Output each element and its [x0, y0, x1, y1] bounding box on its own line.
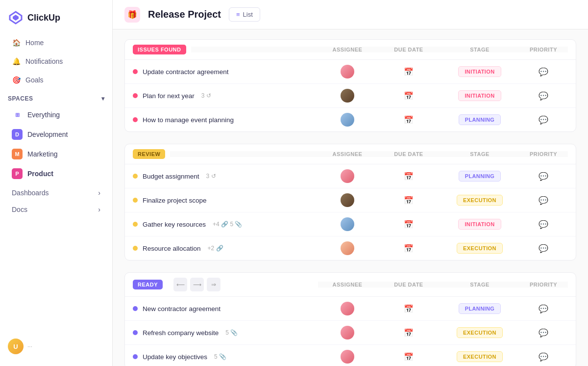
avatar	[341, 302, 354, 315]
status-badge: PLANNING	[459, 303, 501, 314]
col-header-priority3: PRIORITY	[519, 282, 568, 288]
priority-icon: 💬	[539, 352, 548, 362]
avatar	[341, 89, 354, 103]
task-dot	[133, 198, 138, 203]
issues-section-header: ISSUES FOUND ASSIGNEE DUE DATE STAGE PRI…	[125, 40, 576, 60]
sort-button[interactable]: ⟶	[190, 278, 204, 291]
stage-cell: EXECUTION	[441, 327, 519, 338]
assignee-cell	[318, 241, 377, 255]
sidebar-item-product[interactable]: P Product	[4, 164, 108, 183]
task-name-cell: Update contractor agreement	[133, 68, 318, 76]
priority-cell: 💬	[519, 220, 568, 229]
assignee-cell	[318, 113, 377, 127]
task-name-cell: Refresh company website 5 📎	[133, 329, 318, 337]
sidebar-item-development-label: Development	[27, 131, 68, 138]
avatar	[341, 193, 354, 207]
assignee-cell	[318, 169, 377, 183]
avatar	[341, 169, 354, 183]
priority-icon: 💬	[539, 196, 548, 205]
task-name-cell: New contractor agreement	[133, 305, 318, 313]
sidebar-docs[interactable]: Docs ›	[4, 201, 108, 216]
topbar: 🎁 Release Project ≡ List	[113, 0, 588, 29]
task-group-issues: ISSUES FOUND ASSIGNEE DUE DATE STAGE PRI…	[124, 39, 576, 132]
task-name-cell: Gather key resources +4 🔗 5 📎	[133, 221, 318, 228]
task-name: Update key objectives	[143, 353, 207, 361]
due-date-cell: 📅	[377, 244, 441, 253]
due-date-cell: 📅	[377, 91, 441, 101]
task-name: Gather key resources	[143, 221, 206, 228]
list-icon: ≡	[236, 11, 240, 18]
sidebar-item-home[interactable]: 🏠 Home	[4, 34, 108, 52]
priority-cell: 💬	[519, 172, 568, 181]
table-row[interactable]: New contractor agreement 📅 PLANNING 💬	[125, 297, 576, 321]
stage-cell: EXECUTION	[441, 351, 519, 362]
table-row[interactable]: Finalize project scope 📅 EXECUTION 💬	[125, 188, 576, 212]
col-header-assignee: ASSIGNEE	[318, 47, 377, 52]
stage-cell: INITIATION	[441, 66, 519, 77]
task-extra: +2 🔗	[208, 245, 223, 252]
user-avatar-area: U ···	[0, 333, 112, 360]
everything-icon: ⊞	[12, 109, 23, 120]
due-date-cell: 📅	[377, 304, 441, 314]
col-header-duedate: DUE DATE	[377, 47, 441, 52]
sidebar-item-development[interactable]: D Development	[4, 125, 108, 144]
task-count: 3 ↺	[206, 173, 216, 180]
group-button[interactable]: ⇒	[207, 278, 220, 291]
task-dot	[133, 174, 138, 179]
table-row[interactable]: How to manage event planning 📅 PLANNING …	[125, 108, 576, 131]
table-row[interactable]: Resource allocation +2 🔗 📅 EXECUTION 💬	[125, 236, 576, 260]
task-list-content: ISSUES FOUND ASSIGNEE DUE DATE STAGE PRI…	[113, 29, 588, 366]
sidebar-item-product-label: Product	[27, 170, 53, 178]
status-badge: EXECUTION	[457, 243, 503, 254]
priority-icon: 💬	[539, 115, 548, 125]
list-view-button[interactable]: ≡ List	[229, 7, 260, 22]
user-avatar[interactable]: U	[8, 339, 24, 354]
calendar-icon: 📅	[404, 328, 414, 338]
task-extra: 5 📎	[214, 353, 226, 360]
table-row[interactable]: Update key objectives 5 📎 📅 EXECUTION 💬	[125, 345, 576, 366]
sidebar-item-everything[interactable]: ⊞ Everything	[4, 105, 108, 124]
table-row[interactable]: Update contractor agreement 📅 INITIATION…	[125, 60, 576, 84]
task-name-cell: Resource allocation +2 🔗	[133, 245, 318, 252]
task-name: Update contractor agreement	[143, 68, 229, 76]
status-badge: PLANNING	[459, 171, 501, 182]
spaces-collapse-icon[interactable]: ▾	[101, 95, 105, 102]
assignee-cell	[318, 326, 377, 340]
table-row[interactable]: Plan for next year 3 ↺ 📅 INITIATION 💬	[125, 84, 576, 108]
svg-marker-1	[13, 15, 19, 21]
col-header-stage2: STAGE	[441, 151, 519, 157]
task-name-cell: How to manage event planning	[133, 116, 318, 124]
priority-cell: 💬	[519, 328, 568, 338]
task-name: Refresh company website	[143, 329, 219, 337]
spaces-header: Spaces ▾	[0, 89, 112, 105]
priority-icon: 💬	[539, 328, 548, 338]
sidebar-item-goals[interactable]: 🎯 Goals	[4, 71, 108, 89]
filter-button[interactable]: ⟵	[173, 278, 187, 291]
col-header-stage3: STAGE	[441, 282, 519, 288]
avatar	[341, 65, 354, 78]
avatar	[341, 350, 354, 364]
calendar-icon: 📅	[404, 220, 414, 229]
calendar-icon: 📅	[404, 91, 414, 101]
col-header-assignee2: ASSIGNEE	[318, 151, 377, 157]
status-badge: INITIATION	[458, 66, 501, 77]
task-extra: +4 🔗 5 📎	[213, 221, 242, 228]
project-icon: 🎁	[124, 7, 140, 23]
assignee-cell	[318, 350, 377, 364]
col-header-priority: PRIORITY	[519, 47, 568, 52]
review-badge: REVIEW	[133, 149, 165, 159]
table-row[interactable]: Budget assignment 3 ↺ 📅 PLANNING 💬	[125, 164, 576, 188]
task-dot	[133, 306, 138, 311]
sidebar-item-notifications[interactable]: 🔔 Notifications	[4, 52, 108, 70]
table-row[interactable]: Refresh company website 5 📎 📅 EXECUTION …	[125, 321, 576, 345]
due-date-cell: 📅	[377, 115, 441, 125]
status-badge: INITIATION	[458, 219, 501, 230]
col-header-duedate2: DUE DATE	[377, 151, 441, 157]
task-dot	[133, 222, 138, 227]
sidebar-dashboards[interactable]: Dashboards ›	[4, 184, 108, 200]
priority-cell: 💬	[519, 91, 568, 101]
task-dot	[133, 93, 138, 98]
table-row[interactable]: Gather key resources +4 🔗 5 📎 📅 INITIATI…	[125, 212, 576, 236]
sidebar-item-marketing[interactable]: M Marketing	[4, 145, 108, 163]
chevron-right-icon: ›	[98, 189, 100, 197]
